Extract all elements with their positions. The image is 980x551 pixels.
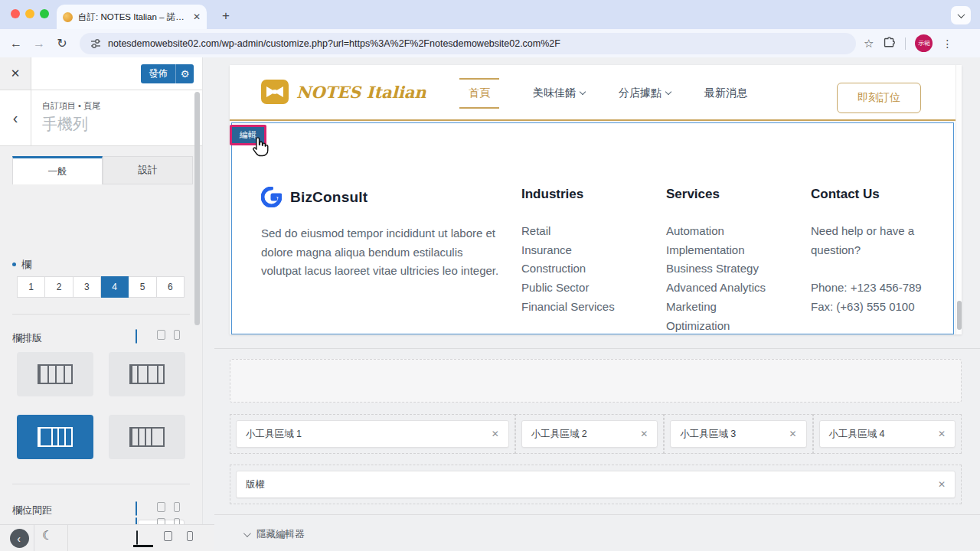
footer-link[interactable]: Public Sector: [521, 279, 659, 298]
columns-option-3[interactable]: 3: [74, 276, 101, 298]
browser-tab[interactable]: 自訂: NOTES Italian – 諾特斯 ✕: [57, 5, 207, 29]
footer-section-selected[interactable]: BizConsult Sed do eiusmod tempor incidid…: [231, 122, 954, 334]
site-nav: 首頁 美味佳餚 分店據點 最新消息: [459, 65, 747, 121]
close-icon[interactable]: ✕: [640, 429, 648, 439]
footer-brand-column: BizConsult Sed do eiusmod tempor incidid…: [261, 187, 508, 281]
profile-avatar[interactable]: 示範: [915, 34, 933, 52]
tune-icon: [90, 38, 101, 49]
tab-title: 自訂: NOTES Italian – 諾特斯: [78, 11, 188, 23]
columns-option-6[interactable]: 6: [157, 276, 185, 298]
tablet-icon[interactable]: [157, 518, 165, 524]
copyright-cell[interactable]: 版權✕: [230, 465, 962, 504]
chevron-down-icon: [580, 89, 586, 95]
preview-tablet-icon[interactable]: [164, 531, 172, 541]
url-bar[interactable]: notesdemowebsite02.com/wp-admin/customiz…: [80, 33, 856, 54]
window-chevron-button[interactable]: [951, 6, 971, 24]
preview-scrollbar-thumb[interactable]: [957, 301, 962, 330]
close-icon[interactable]: ✕: [938, 479, 946, 490]
footer-link[interactable]: Construction: [521, 259, 659, 279]
site-header: NOTES Italian 首頁 美味佳餚 分店據點 最新消息 即刻訂位: [230, 65, 956, 121]
nav-home[interactable]: 首頁: [459, 78, 499, 109]
columns-option-1[interactable]: 1: [17, 276, 45, 298]
customizer-sidebar: ✕ 發佈 ⚙ ‹ 自訂項目 • 頁尾 手機列 一般 設計 欄 1 2 3 4: [0, 57, 203, 524]
widget-area-label: 小工具區域 2: [531, 428, 640, 441]
breadcrumb: 自訂項目 • 頁尾: [42, 100, 100, 112]
site-logo[interactable]: NOTES Italian: [260, 79, 426, 105]
preview-pane: NOTES Italian 首頁 美味佳餚 分店據點 最新消息 即刻訂位: [214, 57, 980, 551]
section-divider: [12, 314, 190, 315]
browser-menu-icon[interactable]: ⋮: [942, 37, 952, 50]
widget-area-cell[interactable]: 小工具區域 2✕: [515, 414, 664, 454]
tablet-icon[interactable]: [157, 502, 165, 512]
nav-menu[interactable]: 美味佳餚: [533, 86, 585, 100]
widget-area-cell[interactable]: 小工具區域 1✕: [230, 414, 515, 454]
extensions-icon[interactable]: [883, 37, 896, 50]
desktop-icon[interactable]: [136, 330, 149, 340]
dark-mode-moon-icon[interactable]: ☾: [42, 528, 53, 543]
publish-settings-gear-icon[interactable]: ⚙: [175, 64, 194, 83]
footer-link[interactable]: Optimization: [666, 317, 812, 334]
footer-link[interactable]: Advanced Analytics: [666, 279, 812, 298]
reload-icon[interactable]: ↻: [51, 36, 74, 51]
footer-link[interactable]: Automation: [666, 222, 812, 241]
layout-option-wide-left-selected[interactable]: [17, 415, 93, 459]
browser-toolbar: ← → ↻ notesdemowebsite02.com/wp-admin/cu…: [0, 29, 980, 57]
layout-option-wide-right[interactable]: [109, 415, 185, 459]
traffic-light-minimize[interactable]: [25, 9, 34, 18]
preview-mobile-icon[interactable]: [187, 531, 193, 541]
widget-area-label: 小工具區域 3: [680, 428, 789, 441]
nav-news[interactable]: 最新消息: [704, 86, 747, 100]
desktop-icon[interactable]: [136, 502, 149, 512]
forward-icon[interactable]: →: [28, 37, 51, 51]
nav-locations[interactable]: 分店據點: [619, 86, 671, 100]
customizer-close-button[interactable]: ✕: [0, 57, 31, 90]
footer-link[interactable]: Business Strategy: [666, 259, 812, 279]
footer-services-column: Services Automation Implementation Busin…: [666, 187, 812, 334]
preview-scrollbar[interactable]: [956, 65, 962, 334]
mobile-icon[interactable]: [174, 330, 180, 340]
builder-divider: [214, 348, 980, 349]
back-icon[interactable]: ←: [5, 37, 28, 51]
sidebar-scrollbar[interactable]: [194, 92, 200, 325]
tab-close-icon[interactable]: ✕: [193, 11, 201, 22]
traffic-light-zoom[interactable]: [40, 9, 49, 18]
columns-option-2[interactable]: 2: [45, 276, 73, 298]
columns-option-4-selected[interactable]: 4: [101, 276, 129, 298]
tab-general[interactable]: 一般: [12, 156, 103, 184]
close-icon[interactable]: ✕: [492, 429, 499, 439]
bowtie-logo-icon: [260, 79, 289, 105]
url-text: notesdemowebsite02.com/wp-admin/customiz…: [108, 38, 560, 49]
reserve-button[interactable]: 即刻訂位: [837, 83, 921, 113]
footer-link[interactable]: Marketing: [666, 298, 812, 317]
widget-area-cell[interactable]: 小工具區域 4✕: [813, 414, 962, 454]
layout-option-wide-center[interactable]: [109, 352, 185, 396]
new-tab-button[interactable]: +: [216, 7, 236, 27]
hide-editor-button[interactable]: 隱藏編輯器: [243, 528, 305, 541]
panel-back-button[interactable]: ‹: [0, 90, 31, 145]
hand-cursor-icon: [250, 137, 270, 158]
footer-link[interactable]: Implementation: [666, 241, 812, 260]
tab-design[interactable]: 設計: [103, 156, 193, 184]
screen: 自訂: NOTES Italian – 諾特斯 ✕ + ← → ↻ notesd…: [0, 0, 980, 551]
layout-option-equal[interactable]: [17, 352, 93, 396]
empty-builder-row[interactable]: [230, 359, 962, 403]
publish-button[interactable]: 發佈 ⚙: [141, 64, 194, 83]
footer-link[interactable]: Insurance: [521, 241, 659, 260]
mobile-icon[interactable]: [174, 502, 180, 512]
bookmark-star-icon[interactable]: ☆: [864, 37, 874, 51]
contact-fax: Fax: (+63) 555 0100: [811, 298, 927, 317]
traffic-light-close[interactable]: [11, 9, 20, 18]
footer-link[interactable]: Financial Services: [521, 298, 659, 317]
footer-contact-column: Contact Us Need help or have a question?…: [811, 187, 927, 316]
collapse-sidebar-button[interactable]: ‹: [10, 529, 29, 548]
close-icon[interactable]: ✕: [789, 429, 797, 439]
preview-desktop-icon-active[interactable]: [136, 531, 149, 541]
mobile-icon[interactable]: [174, 518, 180, 524]
close-icon[interactable]: ✕: [938, 429, 946, 439]
columns-option-5[interactable]: 5: [129, 276, 156, 298]
widget-area-cell[interactable]: 小工具區域 3✕: [664, 414, 812, 454]
desktop-icon[interactable]: [136, 518, 149, 524]
tablet-icon[interactable]: [157, 330, 165, 340]
columns-count-selector: 1 2 3 4 5 6: [17, 276, 185, 298]
footer-link[interactable]: Retail: [521, 222, 659, 241]
